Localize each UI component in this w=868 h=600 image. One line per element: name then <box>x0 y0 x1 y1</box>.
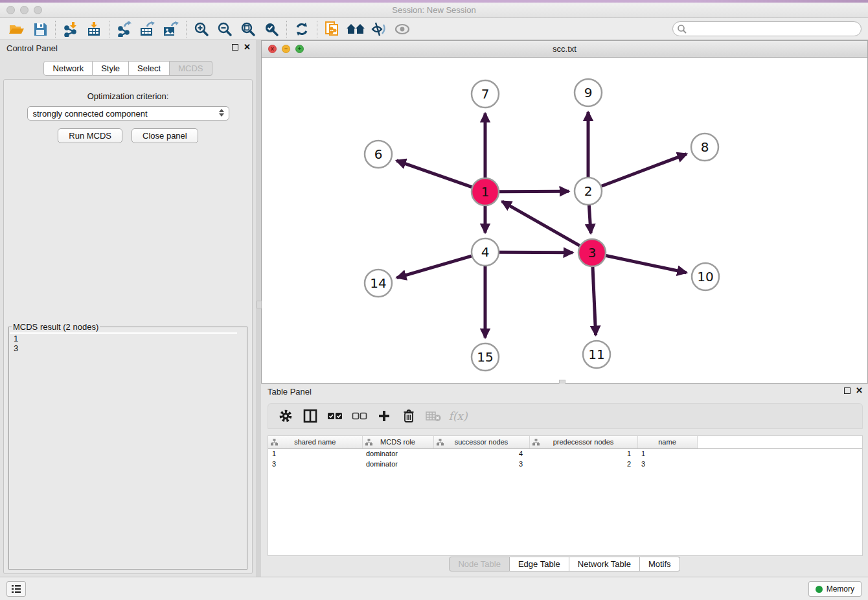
graph-node-7[interactable]: 7 <box>472 80 499 108</box>
memory-label: Memory <box>827 584 854 594</box>
search-input[interactable] <box>687 23 861 35</box>
graph-node-8[interactable]: 8 <box>691 133 718 161</box>
graph-node-3[interactable]: 3 <box>578 239 606 266</box>
trash-icon[interactable] <box>398 406 420 426</box>
graph-node-14[interactable]: 14 <box>365 270 392 297</box>
network-maximize-icon[interactable]: + <box>295 45 304 53</box>
split-columns-icon[interactable] <box>299 406 321 426</box>
search-field[interactable] <box>672 21 862 36</box>
float-panel-icon[interactable] <box>232 44 238 51</box>
table-cell[interactable]: 2 <box>529 459 637 469</box>
tab-select[interactable]: Select <box>129 61 170 76</box>
graph-edge-2-3[interactable] <box>589 205 591 233</box>
node-table[interactable]: shared nameMCDS rolesuccessor nodesprede… <box>268 435 863 556</box>
tab-motifs[interactable]: Motifs <box>640 557 680 571</box>
criterion-select[interactable]: strongly connected component <box>27 106 229 121</box>
export-network-icon[interactable] <box>113 19 136 39</box>
open-folder-icon[interactable] <box>5 19 29 39</box>
hide-graphics-icon[interactable] <box>367 19 391 39</box>
zoom-selected-icon[interactable] <box>260 19 283 39</box>
new-network-from-selection-icon[interactable] <box>321 19 344 39</box>
memory-button[interactable]: Memory <box>808 581 862 597</box>
save-icon[interactable] <box>29 19 52 39</box>
graph-node-4[interactable]: 4 <box>472 238 499 266</box>
zoom-fit-icon[interactable] <box>236 19 260 39</box>
optimization-criterion-label: Optimization criterion: <box>4 91 252 101</box>
graph-edge-1-2[interactable] <box>499 191 569 192</box>
tab-network-table[interactable]: Network Table <box>569 557 640 571</box>
add-column-icon[interactable] <box>373 406 395 426</box>
close-panel-icon[interactable]: ✕ <box>244 43 251 51</box>
network-close-icon[interactable]: x <box>268 45 277 53</box>
column-header-successor-nodes[interactable]: successor nodes <box>433 436 529 448</box>
refresh-layout-icon[interactable] <box>290 19 314 39</box>
close-window-icon[interactable] <box>6 6 15 14</box>
graph-edge-2-8[interactable] <box>602 154 687 187</box>
graph-node-15[interactable]: 15 <box>472 343 499 371</box>
export-image-icon[interactable] <box>159 19 183 39</box>
tab-mcds[interactable]: MCDS <box>170 61 212 76</box>
zoom-in-icon[interactable] <box>190 19 213 39</box>
graph-node-1[interactable]: 1 <box>472 178 499 205</box>
network-canvas[interactable]: 7968124314101511 <box>262 58 867 383</box>
table-cell[interactable]: dominator <box>362 459 433 469</box>
zoom-out-icon[interactable] <box>213 19 236 39</box>
graph-edge-3-11[interactable] <box>593 267 596 335</box>
graph-node-11[interactable]: 11 <box>583 341 610 368</box>
maximize-window-icon[interactable] <box>34 6 42 14</box>
unselect-all-icon[interactable] <box>348 406 371 426</box>
graph-edge-3-1[interactable] <box>502 202 580 246</box>
graph-edge-4-14[interactable] <box>397 256 472 277</box>
close-table-panel-icon[interactable]: ✕ <box>856 387 863 395</box>
graph-edge-1-6[interactable] <box>396 161 472 187</box>
column-header-MCDS-role[interactable]: MCDS role <box>362 436 433 448</box>
table-cell[interactable]: 3 <box>268 459 362 469</box>
table-row[interactable]: 1dominator411 <box>268 448 862 459</box>
table-cell[interactable]: dominator <box>362 448 433 459</box>
tab-node-table[interactable]: Node Table <box>449 557 510 571</box>
table-cell[interactable]: 4 <box>433 448 529 459</box>
graph-node-10[interactable]: 10 <box>692 263 719 290</box>
toolbar-separator <box>109 21 109 38</box>
run-mcds-button[interactable]: Run MCDS <box>58 128 122 143</box>
table-toolbar: f(x) <box>268 403 863 429</box>
column-header-name[interactable]: name <box>637 436 697 448</box>
graph-edge-3-10[interactable] <box>606 256 687 273</box>
import-table-icon[interactable] <box>82 19 106 39</box>
network-minimize-icon[interactable]: − <box>282 45 290 53</box>
graph-node-6[interactable]: 6 <box>365 141 392 168</box>
graph-node-9[interactable]: 9 <box>575 79 602 106</box>
status-bar: Memory <box>0 577 868 600</box>
window-title: Session: New Session <box>0 3 868 18</box>
home-level-icon[interactable] <box>344 19 367 39</box>
window-controls <box>6 6 42 14</box>
delete-table-icon[interactable] <box>422 406 444 426</box>
table-cell[interactable]: 3 <box>637 459 697 469</box>
import-network-icon[interactable] <box>59 19 82 39</box>
graph-edge-4-3[interactable] <box>499 252 573 253</box>
export-table-icon[interactable] <box>136 19 159 39</box>
gear-icon[interactable] <box>275 406 297 426</box>
column-header-shared-name[interactable]: shared name <box>268 436 362 448</box>
table-cell[interactable]: 3 <box>433 459 529 469</box>
tab-style[interactable]: Style <box>93 61 129 76</box>
network-window-titlebar[interactable]: x − + scc.txt <box>262 41 867 58</box>
mcds-result-text[interactable]: 1 3 <box>10 332 237 334</box>
column-header-predecessor-nodes[interactable]: predecessor nodes <box>529 436 637 448</box>
function-builder-icon[interactable]: f(x) <box>447 406 469 426</box>
table-cell[interactable]: 1 <box>268 448 362 459</box>
table-cell[interactable]: 1 <box>637 448 697 459</box>
select-all-icon[interactable] <box>324 406 346 426</box>
float-table-panel-icon[interactable] <box>844 387 851 394</box>
task-history-button[interactable] <box>6 581 26 597</box>
table-cell[interactable]: 1 <box>529 448 637 459</box>
show-graphics-icon[interactable] <box>391 19 414 39</box>
minimize-window-icon[interactable] <box>20 6 29 14</box>
table-row[interactable]: 3dominator323 <box>268 459 862 469</box>
graph-node-2[interactable]: 2 <box>575 178 602 205</box>
tab-edge-table[interactable]: Edge Table <box>510 557 569 571</box>
close-panel-button[interactable]: Close panel <box>131 128 198 143</box>
titlebar[interactable]: Session: New Session <box>0 3 868 18</box>
splitter-handle[interactable] <box>257 301 262 308</box>
tab-network[interactable]: Network <box>43 61 93 76</box>
